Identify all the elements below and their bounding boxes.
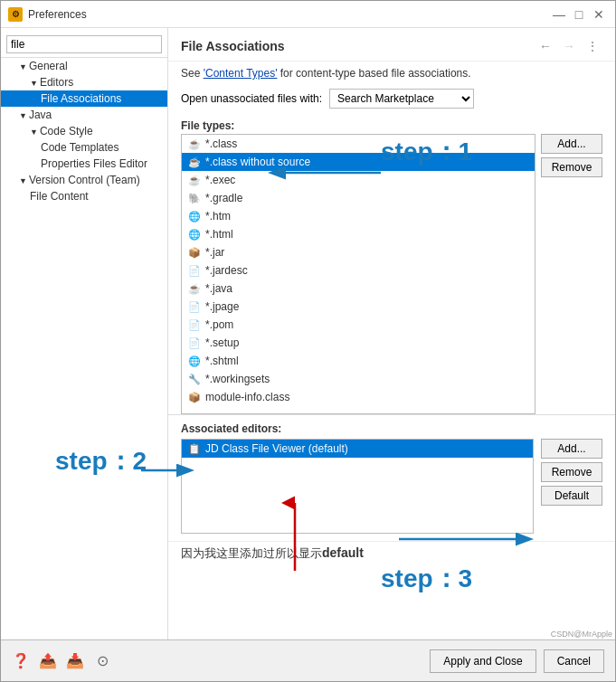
- editor-name: JD Class File Viewer (default): [205, 442, 348, 455]
- sidebar-item-code-style[interactable]: ▼Code Style: [1, 123, 167, 139]
- content-types-link[interactable]: 'Content Types': [204, 67, 278, 80]
- search-input[interactable]: [6, 35, 162, 53]
- import-icon[interactable]: 📥: [66, 652, 84, 670]
- open-label: Open unassociated files with:: [181, 92, 322, 105]
- add-editor-button[interactable]: Add...: [541, 439, 602, 459]
- list-item[interactable]: 📄*.setup: [182, 334, 535, 352]
- sidebar-item-properties-files[interactable]: Properties Files Editor: [1, 156, 167, 172]
- list-item[interactable]: 📄*.jardesc: [182, 261, 535, 279]
- cancel-button[interactable]: Cancel: [544, 649, 604, 673]
- list-item[interactable]: ☕*.class without source: [182, 153, 535, 171]
- expand-icon: ▼: [19, 62, 27, 71]
- minimize-button[interactable]: —: [550, 5, 568, 24]
- title-text: Preferences: [28, 8, 550, 21]
- info-row: See 'Content Types' for content-type bas…: [168, 62, 615, 85]
- file-icon: 📄: [187, 263, 202, 278]
- sidebar: ▼General ▼Editors File Associations ▼Jav…: [1, 28, 168, 639]
- file-types-label: File types:: [168, 116, 615, 134]
- expand-icon: ▼: [30, 128, 38, 137]
- associated-section: Associated editors: 📋 JD Class File View…: [168, 414, 615, 541]
- sidebar-item-general[interactable]: ▼General: [1, 58, 167, 74]
- sidebar-item-code-templates[interactable]: Code Templates: [1, 139, 167, 156]
- sidebar-item-file-content[interactable]: File Content: [1, 188, 167, 204]
- file-list-area: ☕*.class ☕*.class without source ☕*.exec…: [168, 134, 615, 414]
- panel-title: File Associations: [181, 39, 285, 53]
- bottom-icons: ❓ 📤 📥 ⊙: [12, 652, 111, 670]
- list-item[interactable]: 🔧*.workingsets: [182, 370, 535, 388]
- sidebar-item-file-associations[interactable]: File Associations: [1, 90, 167, 107]
- info-text2: for content-type based file associations…: [277, 67, 470, 80]
- file-icon: 📄: [187, 299, 202, 314]
- app-icon: ⚙: [8, 7, 23, 22]
- associated-editors-list[interactable]: 📋 JD Class File Viewer (default): [181, 439, 534, 534]
- sidebar-item-java[interactable]: ▼Java: [1, 107, 167, 123]
- main-content: ▼General ▼Editors File Associations ▼Jav…: [1, 28, 615, 639]
- title-bar: ⚙ Preferences — □ ✕: [1, 1, 615, 28]
- info-text: See: [181, 67, 204, 80]
- sidebar-item-label: File Associations: [41, 92, 121, 105]
- file-icon: 📄: [187, 317, 202, 332]
- bottom-actions: Apply and Close Cancel: [430, 649, 604, 673]
- file-icon: ☕: [187, 137, 202, 151]
- sidebar-item-label: Code Templates: [41, 141, 119, 154]
- footer-note-text: 因为我这里添加过所以显示: [181, 546, 322, 560]
- remove-editor-button[interactable]: Remove: [541, 462, 602, 482]
- sidebar-item-editors[interactable]: ▼Editors: [1, 74, 167, 90]
- list-item[interactable]: ☕*.exec: [182, 171, 535, 189]
- list-item[interactable]: 📋 JD Class File Viewer (default): [182, 440, 533, 458]
- bottom-bar: ❓ 📤 📥 ⊙ Apply and Close Cancel: [1, 639, 615, 681]
- sidebar-item-version-control[interactable]: ▼Version Control (Team): [1, 172, 167, 188]
- file-icon: 🐘: [187, 191, 202, 205]
- panel-nav: ← → ⋮: [535, 37, 602, 55]
- sidebar-item-label: File Content: [30, 190, 89, 203]
- forward-button[interactable]: →: [559, 37, 579, 55]
- file-icon: 🔧: [187, 372, 202, 386]
- assoc-buttons: Add... Remove Default: [541, 439, 602, 534]
- help-icon[interactable]: ❓: [12, 652, 30, 670]
- file-icon: 🌐: [187, 354, 202, 368]
- list-item[interactable]: 🌐*.shtml: [182, 352, 535, 370]
- file-icon: ☕: [187, 281, 202, 296]
- more-button[interactable]: ⋮: [583, 37, 602, 55]
- footer-note: 因为我这里添加过所以显示default: [168, 541, 615, 565]
- panel-body: See 'Content Types' for content-type bas…: [168, 62, 615, 639]
- file-icon: 🌐: [187, 227, 202, 242]
- expand-icon: ▼: [19, 176, 27, 185]
- list-item[interactable]: 📄*.pom: [182, 316, 535, 334]
- back-button[interactable]: ←: [535, 37, 555, 55]
- default-editor-button[interactable]: Default: [541, 486, 602, 506]
- export-icon[interactable]: 📤: [39, 652, 57, 670]
- file-icon: 📦: [187, 390, 202, 404]
- open-select[interactable]: Search Marketplace: [329, 89, 474, 109]
- watermark: CSDN@MrApple: [548, 629, 615, 639]
- list-item[interactable]: 📦module-info.class: [182, 388, 535, 406]
- maximize-button[interactable]: □: [570, 5, 588, 24]
- list-item[interactable]: ☕*.java: [182, 279, 535, 298]
- list-item[interactable]: ☕*.class: [182, 135, 535, 153]
- open-row: Open unassociated files with: Search Mar…: [168, 85, 615, 116]
- add-file-type-button[interactable]: Add...: [541, 134, 602, 154]
- expand-icon: ▼: [30, 79, 38, 88]
- file-icon: 📦: [187, 245, 202, 260]
- footer-default-text: default: [322, 545, 364, 560]
- list-item[interactable]: 🐘*.gradle: [182, 189, 535, 207]
- file-type-list[interactable]: ☕*.class ☕*.class without source ☕*.exec…: [181, 134, 535, 414]
- sidebar-item-label: Properties Files Editor: [41, 157, 147, 170]
- associated-label: Associated editors:: [181, 422, 602, 435]
- file-type-buttons: Add... Remove: [541, 134, 602, 414]
- remove-file-type-button[interactable]: Remove: [541, 157, 602, 177]
- expand-icon: ▼: [19, 111, 27, 120]
- list-item[interactable]: 🌐*.htm: [182, 207, 535, 225]
- list-item[interactable]: 🌐*.html: [182, 225, 535, 243]
- settings-icon[interactable]: ⊙: [93, 652, 111, 670]
- list-item[interactable]: 📄*.jpage: [182, 298, 535, 316]
- search-bar: [1, 32, 167, 58]
- file-icon: 🌐: [187, 209, 202, 223]
- editor-icon: 📋: [187, 441, 202, 456]
- right-panel: File Associations ← → ⋮ See 'Content Typ…: [168, 28, 615, 639]
- apply-close-button[interactable]: Apply and Close: [430, 649, 535, 673]
- file-icon: 📄: [187, 336, 202, 350]
- close-button[interactable]: ✕: [590, 5, 608, 24]
- preferences-window: ⚙ Preferences — □ ✕ ▼General ▼Editors Fi…: [0, 0, 616, 682]
- list-item[interactable]: 📦*.jar: [182, 243, 535, 261]
